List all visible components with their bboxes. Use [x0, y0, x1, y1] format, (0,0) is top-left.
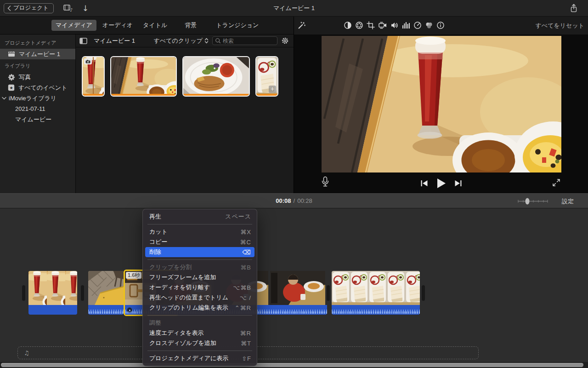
next-frame-icon[interactable]	[454, 179, 462, 187]
music-note-icon: ♫	[24, 350, 29, 356]
sidebar-item-photos[interactable]: 写真	[0, 72, 75, 82]
tab-audio[interactable]: オーディオ	[98, 20, 137, 31]
timeline-scrollbar-thumb[interactable]	[1, 363, 583, 367]
zoom-slider-thumb[interactable]	[526, 198, 530, 205]
media-browser-icon[interactable]: ♪	[63, 4, 73, 12]
timeline-toolbar: 00:08/00:28 設定	[0, 193, 588, 208]
skimmer-line	[93, 57, 94, 96]
clip-filter-dropdown[interactable]: すべてのクリップ	[154, 37, 209, 45]
clip-filter-icon[interactable]	[425, 21, 433, 29]
settings-gear-icon[interactable]	[281, 37, 289, 45]
tab-my-media[interactable]: マイメディア	[51, 20, 96, 31]
menu-separator	[147, 224, 252, 224]
clip-context-menu: 再生スペース カット⌘X コピー⌘C 削除⌫ クリップを分割⌘B フリーズフレー…	[142, 209, 257, 366]
sidebar-toggle-icon[interactable]	[79, 38, 87, 44]
media-clips-grid: +	[76, 47, 294, 193]
menu-item-detach-audio[interactable]: オーディオを切り離す⌥⌘B	[143, 282, 257, 293]
menu-item-copy[interactable]: コピー⌘C	[143, 237, 257, 247]
menu-item-split-clip: クリップを分割⌘B	[143, 262, 257, 272]
tab-backgrounds[interactable]: 背景	[181, 20, 201, 31]
current-time: 00:08	[276, 197, 291, 204]
menu-item-add-freeze-frame[interactable]: フリーズフレームを追加	[143, 272, 257, 282]
clip-edge-handle[interactable]	[81, 285, 84, 301]
media-clip-1[interactable]	[82, 56, 105, 97]
sidebar-item-event-date[interactable]: 2021-07-11	[0, 104, 75, 114]
sidebar-item-my-movie[interactable]: マイムービー 1	[0, 49, 75, 59]
noise-eq-bars-icon[interactable]	[402, 21, 410, 29]
sidebar-item-label: iMovieライブラリ	[9, 94, 57, 103]
crop-icon[interactable]	[367, 21, 375, 29]
svg-text:♪: ♪	[70, 7, 73, 12]
library-sidebar: プロジェクトメディア マイムービー 1 ライブラリ	[0, 34, 76, 193]
sidebar-item-imovie-library[interactable]: iMovieライブラリ	[0, 93, 75, 104]
share-icon[interactable]	[570, 4, 578, 14]
stabilization-camera-icon[interactable]	[378, 21, 387, 29]
audio-track	[332, 305, 420, 315]
all-events-star-icon: ★	[8, 84, 15, 91]
audio-track	[28, 305, 77, 315]
media-pane-title: マイムービー 1	[94, 37, 150, 45]
timeline-clip-1[interactable]	[28, 271, 77, 315]
timeline-zoom-slider[interactable]	[517, 198, 548, 206]
timeline-clip-5[interactable]	[332, 271, 420, 315]
media-header: マイムービー 1 すべてのクリップ	[76, 34, 294, 47]
timecode: 00:08/00:28	[276, 197, 312, 204]
updown-chevrons-icon	[204, 38, 209, 44]
volume-icon[interactable]	[390, 21, 399, 29]
total-time: 00:28	[297, 197, 312, 204]
time-separator: /	[294, 197, 295, 204]
back-to-projects-button[interactable]: プロジェクト	[4, 3, 54, 13]
menu-item-show-speed-editor[interactable]: 速度エディタを表示⌘R	[143, 328, 257, 338]
back-button-label: プロジェクト	[13, 4, 49, 12]
search-input[interactable]	[223, 38, 275, 44]
selection-range-line	[83, 94, 104, 96]
menu-separator	[147, 351, 252, 351]
upper-area: マイメディア オーディオ タイトル 背景 トランジション プロジェクトメディア …	[0, 17, 588, 193]
color-correction-icon[interactable]	[355, 21, 363, 29]
import-icon[interactable]: ↓	[82, 4, 89, 13]
audio-track	[88, 305, 124, 315]
add-to-timeline-icon[interactable]: +	[269, 86, 276, 93]
menu-item-reveal-in-project-media[interactable]: プロジェクトメディアに表示⇧F	[143, 353, 257, 363]
menu-item-delete[interactable]: 削除⌫	[145, 247, 254, 257]
speed-gauge-icon[interactable]	[413, 21, 422, 29]
clip-edge-handle[interactable]	[22, 285, 25, 301]
menu-separator	[147, 315, 252, 316]
preview-video[interactable]	[322, 36, 561, 172]
tab-titles[interactable]: タイトル	[139, 20, 171, 31]
sidebar-item-all-events[interactable]: ★ すべてのイベント	[0, 82, 75, 93]
media-clip-4[interactable]: +	[255, 56, 278, 97]
settings-button[interactable]: 設定	[562, 197, 574, 206]
menu-item-play[interactable]: 再生スペース	[143, 212, 257, 222]
timeline-clip-2[interactable]	[88, 271, 124, 315]
menu-item-trim-to-playhead[interactable]: 再生ヘッドの位置までトリム⌥ /	[143, 293, 257, 303]
sidebar-item-label: マイムービー 1	[19, 50, 60, 58]
clip-edge-handle[interactable]	[327, 285, 330, 301]
menu-item-add-cross-dissolve[interactable]: クロスディゾルブを追加⌘T	[143, 338, 257, 348]
menu-item-cut[interactable]: カット⌘X	[143, 227, 257, 237]
clip-edge-handle[interactable]	[422, 285, 425, 301]
playback-controls	[294, 172, 588, 193]
sidebar-item-label: 写真	[19, 73, 31, 81]
fullscreen-icon[interactable]	[552, 178, 560, 188]
reset-all-button[interactable]: すべてをリセット	[536, 22, 584, 30]
media-panel: マイムービー 1 すべてのクリップ	[76, 34, 294, 193]
sidebar-item-event-movie[interactable]: マイムービー	[0, 114, 75, 125]
menu-item-show-clip-trimmer[interactable]: クリップのトリム編集を表示⌃⌘R	[143, 303, 257, 313]
previous-frame-icon[interactable]	[420, 179, 428, 187]
browser-tabs: マイメディア オーディオ タイトル 背景 トランジション	[0, 17, 294, 34]
timeline-scrollbar-track	[0, 362, 588, 368]
media-clip-2[interactable]	[110, 56, 177, 97]
tab-transitions[interactable]: トランジション	[212, 20, 263, 31]
viewer-toolbar: すべてをリセット	[294, 17, 588, 34]
search-icon	[215, 38, 221, 44]
info-icon[interactable]	[436, 21, 445, 29]
color-balance-icon[interactable]	[344, 21, 352, 29]
search-field[interactable]	[212, 36, 277, 45]
svg-text:★: ★	[9, 85, 13, 90]
chevron-down-icon	[2, 97, 6, 100]
media-clip-3[interactable]	[182, 56, 250, 97]
auto-enhance-wand-icon[interactable]	[297, 21, 306, 31]
selection-range-line	[183, 94, 249, 96]
play-icon[interactable]	[436, 178, 446, 189]
